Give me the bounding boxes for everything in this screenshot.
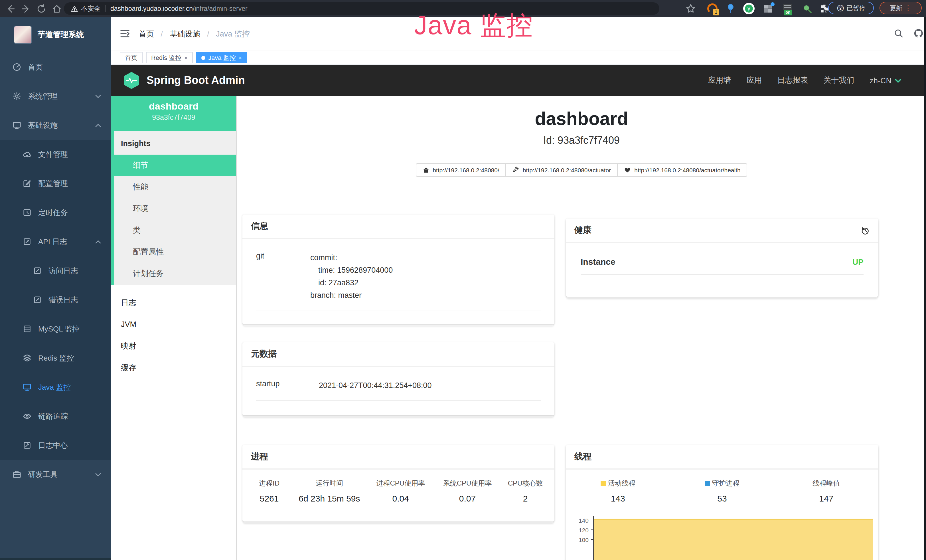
- extension-leaf-icon[interactable]: [802, 3, 812, 14]
- github-icon[interactable]: [914, 29, 923, 38]
- menu-item-mappings[interactable]: 映射: [111, 336, 236, 357]
- monitor-icon: [12, 121, 21, 130]
- extension-on-badge: on: [784, 10, 792, 15]
- sba-locale-select[interactable]: zh-CN: [870, 76, 901, 85]
- sba-instance-sidebar: dashboard 93a3fc7f7409 Insights 细节 性能 环境…: [111, 96, 237, 560]
- tab-java-monitor[interactable]: Java 监控 ×: [196, 52, 247, 64]
- home-icon[interactable]: [52, 4, 62, 14]
- bookmark-star-icon[interactable]: [685, 3, 696, 14]
- sidebar-item-scheduled-jobs[interactable]: 定时任务: [0, 198, 111, 227]
- breadcrumb-infra[interactable]: 基础设施: [170, 30, 200, 38]
- threads-legend: 活动线程 守护进程 线程峰值: [566, 469, 878, 488]
- sidebar-item-mysql-monitor[interactable]: MySQL 监控: [0, 314, 111, 344]
- menu-item-metrics[interactable]: 性能: [114, 176, 236, 198]
- info-card: 信息 git commit: time: 1596289704000 id: 2…: [242, 215, 554, 324]
- layers-icon: [23, 354, 31, 362]
- app-logo-row[interactable]: 芋道管理系统: [0, 17, 111, 53]
- sba-nav-about[interactable]: 关于我们: [823, 75, 854, 86]
- legend-swatch-daemon: [705, 481, 710, 486]
- extension-badge: 1: [713, 9, 719, 15]
- history-icon[interactable]: [861, 226, 870, 235]
- metadata-card: 元数据 startup 2021-04-27T00:44:31.254+08:0…: [242, 342, 554, 415]
- actuator-url-button[interactable]: http://192.168.0.2:48080/actuator: [505, 163, 618, 177]
- hamburger-icon[interactable]: [120, 30, 130, 38]
- home-icon: [422, 166, 429, 173]
- sidebar-item-api-logs[interactable]: API 日志: [0, 227, 111, 256]
- instance-label: Instance: [581, 257, 616, 266]
- menu-item-caches[interactable]: 缓存: [111, 357, 236, 379]
- extensions-puzzle-icon[interactable]: [819, 3, 829, 14]
- reload-icon[interactable]: [36, 4, 46, 14]
- process-cpu-value: 0.04: [367, 493, 434, 503]
- update-chrome-button[interactable]: 更新 ⋮: [879, 2, 922, 14]
- tab-redis-monitor[interactable]: Redis 监控 ×: [146, 52, 193, 64]
- paused-extension-badge[interactable]: 😲 已暂停: [828, 2, 874, 14]
- menu-item-logs[interactable]: 日志: [111, 292, 236, 314]
- sidebar-item-redis-monitor[interactable]: Redis 监控: [0, 344, 111, 372]
- divider: [256, 400, 541, 401]
- instance-link-group: http://192.168.0.2:48080/ http://192.168…: [237, 163, 926, 177]
- sidebar-item-dev-tools[interactable]: 研发工具: [0, 460, 111, 489]
- database-icon: [23, 325, 31, 333]
- chevron-down-icon: [95, 473, 101, 476]
- menu-item-config-props[interactable]: 配置属性: [114, 241, 236, 263]
- briefcase-icon: [12, 470, 21, 479]
- health-url-button[interactable]: http://192.168.0.2:48080/actuator/health: [617, 163, 747, 177]
- sba-nav-applications[interactable]: 应用: [746, 75, 762, 86]
- sba-content: dashboard Id: 93a3fc7f7409 http://192.16…: [237, 96, 926, 560]
- sidebar-item-error-logs[interactable]: 错误日志: [0, 285, 111, 314]
- url-path: /infra/admin-server: [193, 5, 248, 12]
- breadcrumb-home[interactable]: 首页: [139, 30, 154, 38]
- close-icon[interactable]: ×: [239, 54, 242, 61]
- sidebar-item-config-manage[interactable]: 配置管理: [0, 169, 111, 198]
- menu-item-details[interactable]: 细节: [114, 154, 236, 176]
- address-bar[interactable]: 不安全 dashboard.yudao.iocoder.cn /infra/ad…: [64, 2, 659, 15]
- menu-item-jvm[interactable]: JVM: [111, 314, 236, 336]
- extension-orange-icon[interactable]: 1: [707, 3, 717, 14]
- extension-pin-icon[interactable]: [726, 3, 736, 14]
- sidebar-item-access-logs[interactable]: 访问日志: [0, 256, 111, 285]
- sidebar-item-tracing[interactable]: 链路追踪: [0, 402, 111, 431]
- extension-grid-icon[interactable]: [763, 3, 773, 14]
- cpu-cores-value: 2: [501, 493, 550, 503]
- threads-card: 线程 活动线程 守护进程 线程峰值 143 53 147 140 120 100: [566, 445, 878, 560]
- close-icon[interactable]: ×: [184, 54, 188, 61]
- extension-on-icon[interactable]: on: [782, 3, 793, 14]
- sba-header: Spring Boot Admin 应用墙 应用 日志报表 关于我们 zh-CN: [111, 65, 926, 96]
- process-card: 进程 进程ID 运行时间 进程CPU使用率 系统CPU使用率 CPU核心数 52…: [242, 445, 554, 522]
- search-icon[interactable]: [894, 29, 903, 38]
- status-badge: UP: [852, 257, 864, 266]
- health-instance-row: Instance UP: [566, 243, 878, 266]
- doc-edit-icon: [23, 238, 31, 246]
- sba-nav-wallboard[interactable]: 应用墙: [708, 75, 731, 86]
- eye-icon: [23, 412, 31, 421]
- window-right-edge: [924, 17, 926, 560]
- git-info-row: git commit: time: 1596289704000 id: 27aa…: [242, 239, 554, 302]
- sba-nav-journal[interactable]: 日志报表: [777, 75, 808, 86]
- menu-item-classes[interactable]: 类: [114, 219, 236, 241]
- service-url-button[interactable]: http://192.168.0.2:48080/: [416, 163, 506, 177]
- tab-home[interactable]: 首页: [120, 52, 142, 64]
- sidebar-item-system[interactable]: 系统管理: [0, 82, 111, 111]
- menu-item-scheduled-tasks[interactable]: 计划任务: [114, 263, 236, 285]
- live-threads-value: 143: [566, 493, 670, 503]
- extension-green-circle-icon[interactable]: y: [744, 3, 754, 14]
- spring-boot-admin-logo: [124, 72, 139, 89]
- back-icon[interactable]: [6, 4, 15, 14]
- browser-menu-icon[interactable]: ⋮: [905, 4, 911, 12]
- health-card-title: 健康: [574, 225, 592, 236]
- divider: [581, 274, 864, 275]
- sidebar-item-file-manage[interactable]: 文件管理: [0, 140, 111, 169]
- sidebar-item-log-center[interactable]: 日志中心: [0, 431, 111, 460]
- sidebar-item-home[interactable]: 首页: [0, 53, 111, 82]
- process-values: 5261 6d 23h 15m 59s 0.04 0.07 2: [242, 488, 554, 503]
- sidebar-item-java-monitor[interactable]: Java 监控: [0, 372, 111, 402]
- gear-icon: [12, 92, 21, 100]
- threads-card-title: 线程: [574, 451, 592, 462]
- sidebar-item-infra[interactable]: 基础设施: [0, 111, 111, 140]
- system-cpu-value: 0.07: [434, 493, 501, 503]
- forward-icon[interactable]: [21, 4, 31, 14]
- menu-item-environment[interactable]: 环境: [114, 198, 236, 219]
- security-label: 不安全: [81, 4, 101, 13]
- instance-header[interactable]: dashboard 93a3fc7f7409: [111, 96, 236, 131]
